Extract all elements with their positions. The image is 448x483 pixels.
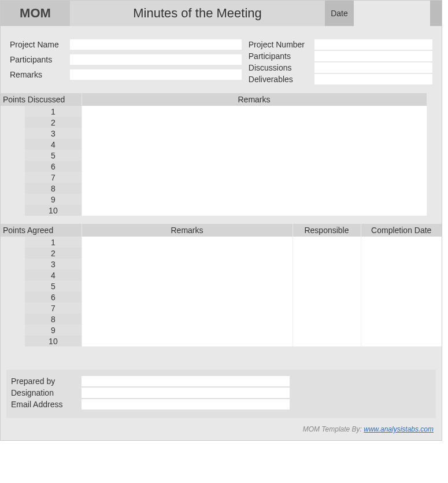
agreed-completion-cell[interactable] — [361, 259, 442, 270]
table-row: 6 — [1, 292, 442, 303]
info-block: Project Name Participants Remarks Projec… — [6, 39, 436, 85]
page-title: Minutes of the Meeting — [70, 1, 325, 26]
table-row: 8 — [1, 183, 442, 194]
pad-cell — [1, 292, 25, 303]
pad-cell — [1, 281, 25, 292]
pad-cell — [427, 128, 442, 139]
agreed-responsible-cell[interactable] — [293, 303, 361, 314]
pad-cell — [1, 194, 25, 205]
agreed-remarks-cell[interactable] — [82, 314, 293, 325]
pad-cell — [1, 172, 25, 183]
discussions-input[interactable] — [314, 62, 432, 73]
table-row: 1 — [1, 106, 442, 117]
agreed-responsible-cell[interactable] — [293, 270, 361, 281]
row-number: 5 — [25, 150, 82, 161]
discussions-label: Discussions — [245, 62, 314, 73]
agreed-responsible-cell[interactable] — [293, 248, 361, 259]
agreed-remarks-cell[interactable] — [82, 259, 293, 270]
table-row: 6 — [1, 161, 442, 172]
project-number-input[interactable] — [314, 39, 432, 50]
agreed-remarks-cell[interactable] — [82, 303, 293, 314]
pad-cell — [427, 139, 442, 150]
discussed-remarks-cell[interactable] — [82, 117, 427, 128]
agreed-responsible-cell[interactable] — [293, 335, 361, 346]
discussed-remarks-cell[interactable] — [82, 128, 427, 139]
discussed-remarks-cell[interactable] — [82, 161, 427, 172]
agreed-responsible-cell[interactable] — [293, 292, 361, 303]
table-row: 9 — [1, 194, 442, 205]
pad-cell — [1, 325, 25, 335]
designation-input[interactable] — [82, 388, 290, 398]
remarks-left-input[interactable] — [70, 69, 242, 80]
table-row: 7 — [1, 172, 442, 183]
discussed-remarks-cell[interactable] — [82, 150, 427, 161]
row-number: 4 — [25, 139, 82, 150]
table-row: 9 — [1, 325, 442, 335]
pad-cell — [1, 237, 25, 248]
project-name-input[interactable] — [70, 39, 242, 50]
discussed-remarks-cell[interactable] — [82, 194, 427, 205]
table-row: 2 — [1, 117, 442, 128]
agreed-remarks-cell[interactable] — [82, 237, 293, 248]
agreed-completion-header: Completion Date — [361, 224, 442, 237]
row-number: 2 — [25, 248, 82, 259]
discussed-remarks-cell[interactable] — [82, 139, 427, 150]
discussed-remarks-cell[interactable] — [82, 106, 427, 117]
agreed-responsible-cell[interactable] — [293, 314, 361, 325]
agreed-completion-cell[interactable] — [361, 248, 442, 259]
agreed-remarks-cell[interactable] — [82, 281, 293, 292]
designation-label: Designation — [6, 387, 82, 399]
row-number: 8 — [25, 314, 82, 325]
pad-cell — [427, 205, 442, 216]
agreed-remarks-cell[interactable] — [82, 325, 293, 335]
agreed-completion-cell[interactable] — [361, 314, 442, 325]
agreed-completion-cell[interactable] — [361, 281, 442, 292]
participants-left-input[interactable] — [70, 54, 242, 65]
prepared-by-label: Prepared by — [6, 375, 82, 387]
points-discussed-table: Points Discussed Remarks 12345678910 — [1, 93, 442, 216]
pad-cell — [1, 183, 25, 194]
agreed-responsible-cell[interactable] — [293, 259, 361, 270]
agreed-completion-cell[interactable] — [361, 237, 442, 248]
credit-line: MOM Template By: www.analysistabs.com — [1, 423, 442, 434]
agreed-responsible-cell[interactable] — [293, 325, 361, 335]
info-right: Project Number Participants Discussions … — [245, 39, 436, 85]
agreed-remarks-cell[interactable] — [82, 270, 293, 281]
discussed-remarks-cell[interactable] — [82, 183, 427, 194]
date-input[interactable] — [354, 1, 430, 26]
agreed-remarks-header: Remarks — [82, 224, 293, 237]
agreed-completion-cell[interactable] — [361, 270, 442, 281]
agreed-remarks-cell[interactable] — [82, 292, 293, 303]
points-discussed-section: Points Discussed Remarks 12345678910 — [1, 93, 442, 216]
email-input[interactable] — [82, 399, 290, 410]
credit-link[interactable]: www.analysistabs.com — [364, 425, 434, 433]
header-bar: MOM Minutes of the Meeting Date — [1, 1, 442, 26]
agreed-completion-cell[interactable] — [361, 292, 442, 303]
agreed-body: 12345678910 — [1, 237, 442, 346]
pad-cell — [1, 128, 25, 139]
table-row: 2 — [1, 248, 442, 259]
agreed-responsible-cell[interactable] — [293, 281, 361, 292]
pad-cell — [427, 161, 442, 172]
deliverables-input[interactable] — [314, 74, 432, 84]
discussed-remarks-cell[interactable] — [82, 205, 427, 216]
table-row: 7 — [1, 303, 442, 314]
agreed-remarks-cell[interactable] — [82, 248, 293, 259]
pad-cell — [427, 117, 442, 128]
row-number: 4 — [25, 270, 82, 281]
row-number: 9 — [25, 194, 82, 205]
agreed-remarks-cell[interactable] — [82, 335, 293, 346]
agreed-completion-cell[interactable] — [361, 303, 442, 314]
participants-right-input[interactable] — [314, 51, 432, 61]
deliverables-label: Deliverables — [245, 73, 314, 85]
agreed-responsible-cell[interactable] — [293, 237, 361, 248]
row-number: 5 — [25, 281, 82, 292]
prepared-by-input[interactable] — [82, 376, 290, 386]
agreed-completion-cell[interactable] — [361, 335, 442, 346]
agreed-completion-cell[interactable] — [361, 325, 442, 335]
project-name-label: Project Name — [6, 39, 70, 50]
row-number: 2 — [25, 117, 82, 128]
table-row: 4 — [1, 270, 442, 281]
points-agreed-section: Points Agreed Remarks Responsible Comple… — [1, 224, 442, 346]
discussed-remarks-cell[interactable] — [82, 172, 427, 183]
